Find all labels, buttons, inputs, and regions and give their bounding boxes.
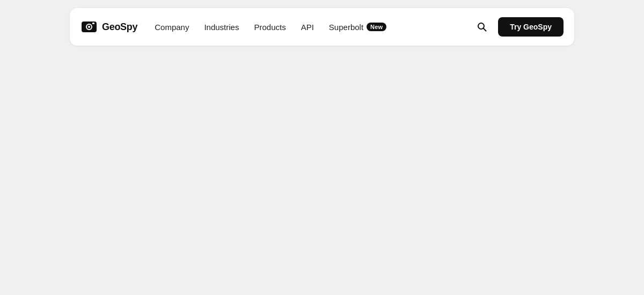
nav-link-industries[interactable]: Industries	[204, 23, 239, 32]
geospy-logo-icon	[80, 18, 98, 35]
nav-right: Try GeoSpy	[473, 17, 564, 37]
superbolt-label: Superbolt	[329, 23, 363, 32]
page-wrapper: GeoSpy Company Industries Products API S…	[0, 0, 644, 295]
nav-link-products[interactable]: Products	[254, 23, 286, 32]
search-button[interactable]	[473, 18, 491, 35]
logo-text: GeoSpy	[102, 21, 137, 33]
svg-rect-4	[92, 23, 94, 24]
navbar: GeoSpy Company Industries Products API S…	[70, 8, 574, 46]
search-icon	[477, 21, 487, 32]
nav-link-api[interactable]: API	[301, 23, 314, 32]
svg-point-3	[88, 26, 90, 28]
nav-left: GeoSpy Company Industries Products API S…	[80, 18, 386, 35]
nav-links: Company Industries Products API Superbol…	[155, 23, 386, 32]
nav-link-superbolt[interactable]: Superbolt New	[329, 23, 386, 32]
logo-link[interactable]: GeoSpy	[80, 18, 137, 35]
try-geospy-button[interactable]: Try GeoSpy	[498, 17, 564, 37]
svg-line-6	[484, 28, 486, 31]
nav-link-company[interactable]: Company	[155, 23, 189, 32]
new-badge: New	[367, 23, 386, 31]
